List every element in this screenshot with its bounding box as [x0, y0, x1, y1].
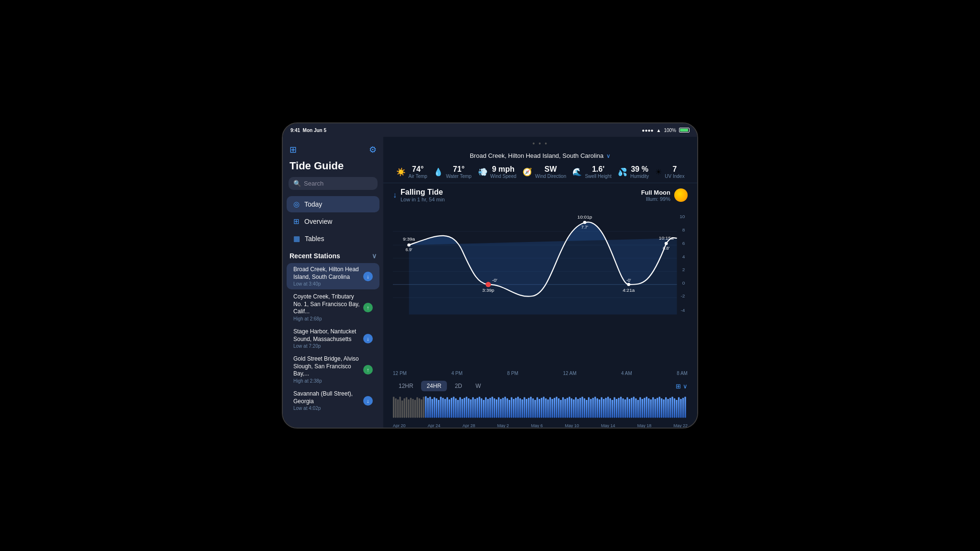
- view-btn-12hr[interactable]: 12HR: [393, 381, 419, 391]
- svg-rect-94: [530, 397, 532, 418]
- mini-chart-labels: Apr 20 Apr 24 Apr 28 May 2 May 6 May 10 …: [393, 422, 688, 428]
- settings-icon[interactable]: ⚙: [369, 144, 377, 155]
- svg-rect-164: [680, 399, 681, 418]
- svg-rect-68: [474, 399, 476, 418]
- time-label-5: 8 AM: [677, 371, 688, 376]
- svg-rect-86: [513, 399, 514, 418]
- svg-rect-107: [558, 398, 559, 418]
- svg-rect-129: [605, 398, 607, 418]
- mini-label-7: May 18: [637, 423, 652, 428]
- weather-strip: ☀️ 74° Air Temp 💧 71° Water Temp: [383, 161, 697, 183]
- svg-rect-147: [644, 398, 645, 418]
- svg-rect-60: [457, 400, 458, 418]
- svg-rect-79: [498, 397, 500, 418]
- svg-rect-62: [461, 399, 463, 418]
- app-title: Tide Guide: [283, 160, 383, 177]
- compass-icon: 🧭: [523, 167, 532, 176]
- signal-icon: ●●●●: [642, 128, 653, 133]
- weather-swell: 🌊 1.6' Swell Height: [572, 165, 612, 179]
- main-content: • • • Broad Creek, Hilton Head Island, S…: [383, 137, 697, 428]
- svg-rect-134: [616, 399, 617, 418]
- tide-chart: 10 8 6 4 2 0 -2 -4: [383, 207, 697, 369]
- sidebar-item-tables[interactable]: ▦ Tables: [287, 231, 379, 247]
- view-btn-w[interactable]: W: [470, 381, 487, 391]
- moon-title: Full Moon: [641, 189, 670, 196]
- svg-rect-88: [517, 397, 519, 418]
- svg-rect-48: [432, 399, 433, 418]
- svg-rect-67: [472, 397, 474, 418]
- svg-text:0: 0: [682, 280, 685, 286]
- svg-rect-45: [425, 396, 426, 418]
- sun-icon: ☀️: [396, 167, 406, 176]
- station-item-4[interactable]: Savannah (Bull Street), Georgia Low at 4…: [287, 387, 379, 414]
- svg-text:9:39a: 9:39a: [403, 237, 415, 242]
- svg-rect-111: [567, 398, 568, 418]
- weather-wind-speed: 💨 9 mph Wind Speed: [478, 165, 516, 179]
- station-item-3[interactable]: Gold Street Bridge, Alviso Slough, San F…: [287, 353, 379, 386]
- tide-subtitle: Low in 1 hr, 54 min: [401, 197, 445, 202]
- svg-text:10:01p: 10:01p: [578, 214, 592, 220]
- svg-rect-113: [571, 398, 572, 418]
- svg-rect-82: [504, 397, 506, 418]
- svg-rect-74: [487, 399, 489, 418]
- svg-rect-52: [440, 397, 442, 418]
- search-bar[interactable]: 🔍 Search: [289, 177, 378, 190]
- station-item-0[interactable]: Broad Creek, Hilton Head Island, South C…: [287, 263, 379, 289]
- battery-icon: [679, 128, 690, 132]
- svg-rect-80: [500, 399, 501, 418]
- svg-rect-90: [522, 399, 523, 418]
- svg-rect-31: [395, 398, 396, 418]
- svg-rect-98: [539, 399, 540, 418]
- station-item-2[interactable]: Stage Harbor, Nantucket Sound, Massachus…: [287, 325, 379, 352]
- mini-label-8: May 22: [673, 423, 688, 428]
- svg-rect-89: [519, 398, 521, 418]
- station-item-1[interactable]: Coyote Creek, Tributary No. 1, San Franc…: [287, 290, 379, 324]
- tide-badge-4: ↓: [363, 396, 373, 406]
- svg-text:4: 4: [682, 254, 685, 259]
- sidebar-item-overview[interactable]: ⊞ Overview: [287, 213, 379, 230]
- svg-rect-151: [652, 397, 654, 418]
- sidebar-item-today[interactable]: ◎ Today: [287, 196, 379, 212]
- svg-rect-116: [577, 399, 579, 418]
- svg-rect-137: [622, 398, 624, 418]
- view-btn-2d[interactable]: 2D: [449, 381, 468, 391]
- collapse-icon[interactable]: ∨: [372, 252, 377, 260]
- svg-rect-47: [429, 397, 431, 418]
- sidebar-toggle-icon[interactable]: ⊞: [290, 144, 297, 155]
- svg-rect-93: [528, 398, 529, 418]
- svg-text:-0': -0': [492, 277, 497, 283]
- svg-rect-150: [650, 399, 652, 418]
- svg-text:6: 6: [682, 241, 685, 246]
- svg-text:4:21a: 4:21a: [623, 287, 635, 293]
- svg-rect-56: [448, 399, 450, 418]
- svg-rect-120: [586, 400, 587, 418]
- menu-dots[interactable]: • • •: [533, 140, 548, 147]
- svg-point-21: [583, 221, 587, 224]
- svg-rect-85: [511, 397, 512, 418]
- svg-rect-96: [535, 400, 536, 418]
- today-label: Today: [304, 200, 322, 208]
- weather-wind-dir: 🧭 SW Wind Direction: [523, 165, 566, 179]
- tide-badge-2: ↓: [363, 334, 373, 343]
- svg-rect-63: [464, 398, 465, 418]
- svg-text:3:39p: 3:39p: [482, 287, 495, 293]
- svg-rect-124: [594, 397, 596, 418]
- time-label-4: 4 AM: [621, 371, 632, 376]
- mini-label-2: Apr 28: [462, 423, 475, 428]
- tide-badge-0: ↓: [363, 272, 373, 281]
- mini-label-5: May 10: [565, 423, 579, 428]
- svg-rect-84: [509, 400, 510, 418]
- tide-badge-1: ↑: [363, 303, 373, 312]
- svg-rect-104: [552, 399, 553, 418]
- svg-rect-69: [477, 398, 478, 418]
- svg-rect-99: [541, 398, 542, 418]
- svg-rect-61: [459, 397, 461, 418]
- svg-rect-162: [676, 400, 677, 418]
- filter-button[interactable]: ⊞ ∨: [676, 383, 688, 390]
- location-header[interactable]: Broad Creek, Hilton Head Island, South C…: [383, 150, 697, 161]
- svg-point-18: [486, 282, 491, 287]
- weather-water-temp: 💧 71° Water Temp: [434, 165, 471, 179]
- svg-rect-83: [506, 398, 508, 418]
- view-btn-24hr[interactable]: 24HR: [421, 381, 447, 391]
- svg-rect-34: [401, 400, 403, 418]
